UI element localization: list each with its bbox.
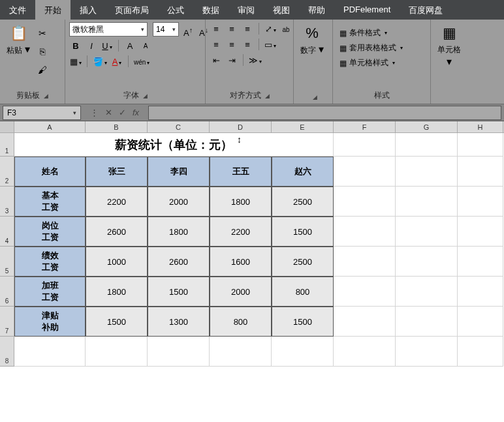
cell[interactable]	[396, 247, 458, 277]
cell[interactable]	[334, 187, 396, 217]
wrap-text-button[interactable]: ab	[279, 22, 292, 35]
align-left-button[interactable]: ≡	[210, 38, 223, 51]
fill-color-button[interactable]: 🪣▾	[92, 55, 108, 68]
cell[interactable]	[396, 217, 458, 247]
cell[interactable]: 2600	[86, 217, 148, 247]
row-label[interactable]: 津贴补助	[14, 307, 86, 337]
borders-button[interactable]: ▦▾	[69, 55, 82, 68]
cell[interactable]	[334, 307, 396, 337]
cell[interactable]: 800	[272, 277, 334, 307]
col-header-H[interactable]: H	[458, 121, 503, 132]
col-header-C[interactable]: C	[148, 121, 210, 132]
orientation-button[interactable]: ⤢▾	[264, 22, 277, 35]
cell[interactable]	[458, 337, 503, 367]
cell[interactable]	[396, 157, 458, 187]
conditional-format-button[interactable]: ▦条件格式▾	[337, 27, 390, 38]
cell[interactable]: 2200	[86, 187, 148, 217]
cell[interactable]	[458, 157, 503, 187]
row-label[interactable]: 绩效工资	[14, 247, 86, 277]
dialog-launcher-icon[interactable]: ◢	[143, 93, 148, 99]
cell[interactable]	[148, 337, 210, 367]
paste-button[interactable]: 📋 粘贴 ▾	[4, 22, 33, 59]
cell[interactable]	[458, 187, 503, 217]
cell[interactable]	[458, 247, 503, 277]
cell[interactable]	[334, 217, 396, 247]
dialog-launcher-icon[interactable]: ◢	[44, 93, 48, 99]
increase-indent-button[interactable]: ⇥	[225, 53, 238, 67]
cell[interactable]	[210, 337, 272, 367]
row-header[interactable]: 3	[0, 187, 14, 217]
row-label[interactable]: 岗位工资	[14, 217, 86, 247]
col-header-E[interactable]: E	[272, 121, 334, 132]
align-right-button[interactable]: ≡	[241, 38, 254, 51]
col-header-A[interactable]: A	[14, 121, 86, 132]
name-box[interactable]: F3▾	[3, 106, 81, 120]
increase-font-button[interactable]: A↑	[181, 23, 195, 36]
cell[interactable]	[396, 307, 458, 337]
font-name-combo[interactable]: 微软雅黑▾	[69, 22, 148, 37]
cell[interactable]: 1500	[86, 307, 148, 337]
col-header-F[interactable]: F	[334, 121, 396, 132]
copy-button[interactable]: ⎘	[35, 44, 50, 59]
font-color-button[interactable]: A▾	[110, 55, 123, 68]
menu-home[interactable]: 开始	[35, 0, 71, 20]
table-header[interactable]: 李四	[148, 157, 210, 187]
cell[interactable]: 1500	[272, 217, 334, 247]
decrease-indent-button[interactable]: ⇤	[210, 53, 223, 67]
cell[interactable]	[86, 337, 148, 367]
cell[interactable]	[334, 247, 396, 277]
cell[interactable]	[14, 337, 86, 367]
row-header[interactable]: 4	[0, 217, 14, 247]
number-format-button[interactable]: % 数字 ▾	[298, 22, 326, 59]
align-top-button[interactable]: ≡	[210, 22, 223, 35]
cell[interactable]: 1600	[210, 247, 272, 277]
cell[interactable]	[334, 157, 396, 187]
cell[interactable]: 800	[210, 307, 272, 337]
cell[interactable]	[396, 337, 458, 367]
col-header-B[interactable]: B	[86, 121, 148, 132]
more-icon[interactable]: ⋮	[90, 108, 99, 117]
title-cell[interactable]: 薪资统计（单位：元）	[14, 133, 334, 157]
enter-icon[interactable]: ✓	[119, 108, 126, 117]
align-middle-button[interactable]: ≡	[225, 22, 238, 35]
row-label[interactable]: 加班工资	[14, 277, 86, 307]
col-header-D[interactable]: D	[210, 121, 272, 132]
cell[interactable]: 2000	[210, 277, 272, 307]
menu-insert[interactable]: 插入	[71, 0, 106, 20]
menu-help[interactable]: 帮助	[299, 0, 334, 20]
cell[interactable]: 1800	[210, 187, 272, 217]
table-header[interactable]: 姓名	[14, 157, 86, 187]
cell[interactable]	[334, 337, 396, 367]
cell[interactable]	[334, 277, 396, 307]
cell[interactable]: 2200	[210, 217, 272, 247]
phonetic-button[interactable]: wén▾	[133, 55, 150, 68]
cell[interactable]: 1500	[272, 307, 334, 337]
cell-styles-button[interactable]: ▦单元格样式▾	[337, 57, 398, 68]
row-header[interactable]: 5	[0, 247, 14, 277]
row-header[interactable]: 7	[0, 307, 14, 337]
dialog-launcher-icon[interactable]: ◢	[265, 93, 270, 99]
cell[interactable]: 1800	[86, 277, 148, 307]
font-shrink-button[interactable]: A	[139, 39, 152, 52]
cell[interactable]: 1000	[86, 247, 148, 277]
cell[interactable]: 2500	[272, 187, 334, 217]
cell[interactable]: 2000	[148, 187, 210, 217]
row-header-1[interactable]: 1	[0, 133, 14, 157]
cell[interactable]: 2600	[148, 247, 210, 277]
table-header[interactable]: 赵六	[272, 157, 334, 187]
fx-button[interactable]: fx	[133, 108, 139, 117]
col-header-G[interactable]: G	[396, 121, 458, 132]
cut-button[interactable]: ✂	[35, 26, 50, 40]
table-header[interactable]: 王五	[210, 157, 272, 187]
cell[interactable]	[458, 307, 503, 337]
menu-formulas[interactable]: 公式	[158, 0, 193, 20]
dialog-launcher-icon[interactable]: ◢	[313, 94, 317, 100]
align-bottom-button[interactable]: ≡	[241, 22, 254, 35]
menu-pdfelement[interactable]: PDFelement	[334, 0, 400, 20]
cell[interactable]	[272, 337, 334, 367]
cell[interactable]	[396, 133, 458, 157]
cell[interactable]	[458, 133, 503, 157]
italic-button[interactable]: I	[85, 39, 98, 52]
text-direction-button[interactable]: ≫▾	[248, 53, 262, 67]
row-header-8[interactable]: 8	[0, 337, 14, 367]
